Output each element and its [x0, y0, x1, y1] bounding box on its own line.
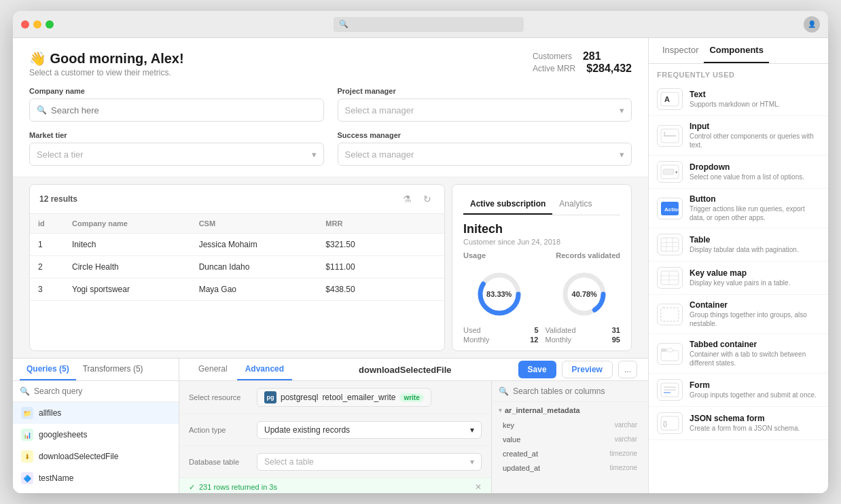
component-container-icon [657, 304, 683, 325]
col-row[interactable]: updated_at timezone [492, 461, 648, 475]
customer-name: Initech [463, 222, 620, 236]
component-tabbed-container[interactable]: Tabbed container Container with a tab to… [649, 334, 828, 374]
col-header-id: id [30, 214, 64, 233]
search-icon: 🔍 [339, 20, 348, 29]
cell-company-2: Circle Health [64, 256, 191, 278]
market-tier-label: Market tier [29, 131, 324, 139]
component-kv-map[interactable]: Key value map Display key value pairs in… [649, 262, 828, 295]
minimize-traffic-light[interactable] [33, 20, 41, 29]
component-button[interactable]: Action Button Trigger actions like run q… [649, 189, 828, 228]
editor-tabs: General Advanced [190, 359, 292, 380]
close-success-button[interactable]: ✕ [475, 482, 482, 492]
component-form[interactable]: Form Group inputs together and submit at… [649, 374, 828, 407]
component-container[interactable]: Container Group things together into gro… [649, 295, 828, 334]
tab-components[interactable]: Components [704, 38, 768, 63]
cell-company-3: Yogi sportswear [64, 278, 191, 300]
col-type-updated-at: timezone [609, 464, 637, 472]
list-item[interactable]: 📁 allfiles [13, 402, 179, 424]
component-text[interactable]: A Text Supports markdown or HTML. [649, 83, 828, 116]
tab-inspector[interactable]: Inspector [657, 38, 704, 63]
comp-desc-input: Control other components or queries with… [690, 132, 820, 149]
component-json-icon: {} [657, 412, 683, 434]
market-tier-placeholder: Select a tier [37, 149, 84, 160]
col-group-header[interactable]: ▾ ar_internal_metadata [492, 402, 648, 418]
stats: Customers 281 Active MRR $284,432 [533, 50, 632, 75]
tab-analytics[interactable]: Analytics [552, 194, 598, 215]
customer-card-inner: Active subscription Analytics Initech Cu… [452, 185, 631, 246]
component-text-icon: A [657, 88, 683, 110]
action-type-value: Update existing records [264, 425, 350, 435]
query-search-input[interactable] [34, 386, 172, 396]
queries-tabs: Queries (5) Transformers (5) [13, 359, 179, 381]
save-button[interactable]: Save [518, 361, 556, 378]
editor-tabs-row: General Advanced downloadSelectedFile Sa… [179, 359, 648, 381]
company-name-input-wrapper[interactable]: 🔍 [29, 98, 324, 122]
comp-name-dropdown: Dropdown [690, 162, 820, 172]
action-type-select[interactable]: Update existing records ▾ [257, 421, 482, 439]
app-top: 👋 Good morning, Alex! Select a customer … [13, 38, 648, 177]
company-name-input[interactable] [51, 105, 317, 115]
comp-name-button: Button [690, 194, 820, 204]
svg-rect-4 [661, 92, 679, 106]
resource-badge[interactable]: pg postgresql retool_emailer_write write [257, 388, 431, 407]
market-tier-select[interactable]: Select a tier ▾ [29, 143, 324, 166]
component-table-icon [657, 234, 683, 255]
tab-transformers[interactable]: Transformers (5) [76, 359, 150, 380]
customers-stat: Customers 281 [533, 50, 632, 62]
table-row[interactable]: 3 Yogi sportswear Maya Gao $438.50 [30, 278, 444, 301]
list-item[interactable]: 📊 googlesheets [13, 424, 179, 446]
query-label-download: downloadSelectedFile [39, 452, 118, 461]
list-item[interactable]: ⬇ downloadSelectedFile [13, 446, 179, 467]
filter-button[interactable]: ⚗ [399, 192, 414, 206]
col-row[interactable]: value varchar [492, 433, 648, 447]
list-item[interactable]: 🔷 testName [13, 467, 179, 489]
tab-active-subscription[interactable]: Active subscription [463, 194, 552, 215]
component-dropdown[interactable]: ▾ Dropdown Select one value from a list … [649, 156, 828, 189]
query-icon-googlesheets: 📊 [21, 429, 33, 441]
tab-general[interactable]: General [190, 359, 236, 380]
more-button[interactable]: ... [618, 361, 637, 378]
used-value: 5 [534, 326, 538, 334]
project-manager-select[interactable]: Select a manager ▾ [338, 98, 632, 122]
cell-company-1: Initech [64, 234, 191, 255]
column-search: 🔍 [492, 381, 648, 402]
col-header-mrr: MRR [317, 214, 444, 233]
query-label-googlesheets: googlesheets [39, 430, 87, 439]
svg-text:I: I [664, 130, 665, 137]
success-manager-placeholder: Select a manager [345, 149, 414, 160]
avatar[interactable]: 👤 [804, 16, 820, 33]
col-header-company: Company name [64, 214, 191, 233]
component-dropdown-icon: ▾ [657, 161, 683, 183]
component-kv-info: Key value map Display key value pairs in… [690, 268, 820, 287]
comp-desc-button: Trigger actions like run queries, export… [690, 204, 820, 222]
component-json-schema[interactable]: {} JSON schema form Create a form from a… [649, 407, 828, 440]
col-row[interactable]: created_at timezone [492, 447, 648, 461]
preview-button[interactable]: Preview [562, 361, 613, 378]
col-row[interactable]: key varchar [492, 418, 648, 433]
close-traffic-light[interactable] [21, 20, 29, 29]
refresh-button[interactable]: ↻ [420, 192, 435, 206]
tab-queries[interactable]: Queries (5) [20, 359, 76, 380]
database-table-select[interactable]: Select a table ▾ [257, 453, 482, 471]
success-row: ✓ 231 rows returned in 3s ✕ [179, 478, 491, 493]
component-json-info: JSON schema form Create a form from a JS… [690, 414, 820, 433]
validated-value: 31 [612, 326, 620, 334]
component-input[interactable]: I Input Control other components or quer… [649, 116, 828, 156]
table-row[interactable]: 2 Circle Health Duncan Idaho $111.00 [30, 256, 444, 278]
success-manager-select[interactable]: Select a manager ▾ [338, 143, 632, 166]
titlebar-search-box[interactable]: 🔍 [334, 17, 524, 32]
editor-body: Select resource pg postgresql retool_ema… [179, 381, 648, 493]
monthly2-row: Monthly 95 [545, 336, 621, 344]
col-name-value: value [503, 435, 520, 444]
tab-advanced[interactable]: Advanced [237, 359, 292, 380]
component-table[interactable]: Table Display tabular data with paginati… [649, 228, 828, 262]
maximize-traffic-light[interactable] [46, 20, 54, 29]
middle-row: 12 results ⚗ ↻ id Company name CSM MRR 1 [29, 184, 632, 351]
editor-title: downloadSelectedFile [359, 365, 452, 375]
table-row[interactable]: 1 Initech Jessica Mohaim $321.50 [30, 234, 444, 256]
component-button-info: Button Trigger actions like run queries,… [690, 194, 820, 222]
cell-mrr-3: $438.50 [317, 278, 444, 300]
column-search-input[interactable] [513, 386, 641, 396]
titlebar-search-area: 🔍 [54, 17, 804, 32]
list-item[interactable]: 🔴 query_4 [13, 489, 179, 493]
